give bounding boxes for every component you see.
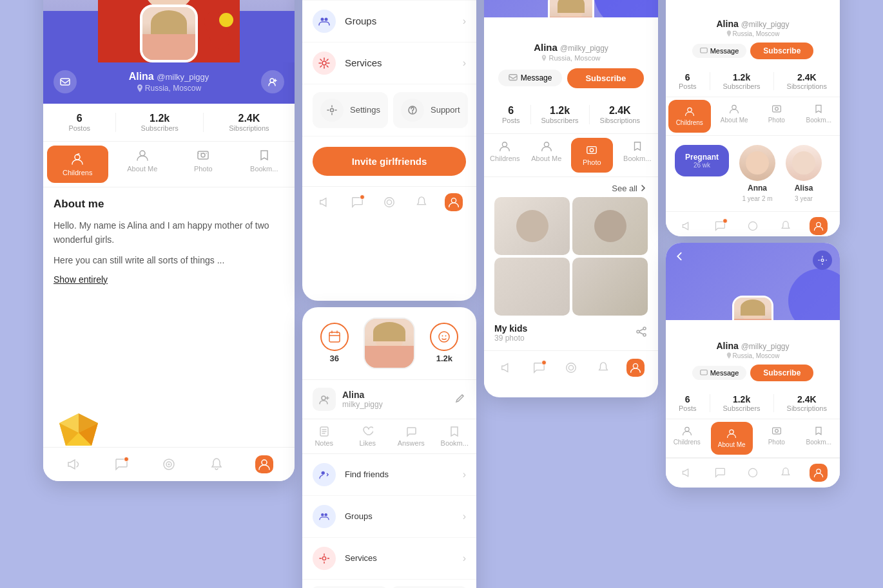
nav-meg-3[interactable] (498, 359, 516, 377)
settings-btn-5[interactable] (813, 251, 832, 270)
settings-btn-2[interactable]: Settings (311, 586, 387, 589)
nav-meg-5[interactable] (678, 464, 696, 482)
nav-target-2[interactable] (380, 193, 398, 211)
nav-bell-3[interactable] (594, 359, 612, 377)
nav-bell[interactable] (208, 455, 226, 473)
nav-chat-2[interactable] (348, 193, 366, 211)
tab-about-5-active[interactable]: About Me (711, 422, 753, 455)
nav-megaphone-2[interactable] (316, 193, 334, 211)
edit-handle: milky_piggy (342, 400, 448, 409)
tab-photo-4[interactable]: Photo (755, 97, 798, 135)
add-person-icon[interactable] (313, 388, 336, 411)
tab-children-4-active[interactable]: Childrens (668, 100, 711, 133)
nav-user-3[interactable] (626, 359, 645, 377)
svg-point-32 (322, 396, 325, 400)
photo-3 (494, 258, 570, 316)
tab-photo-3-active[interactable]: Photo (571, 138, 613, 173)
calendar-section: 36 (320, 323, 349, 363)
share-icon[interactable] (635, 325, 648, 341)
calendar-icon-wrap[interactable] (320, 323, 349, 351)
nav-user-2-active[interactable] (445, 193, 463, 211)
nav-chat[interactable] (112, 455, 130, 473)
menu-groups-2[interactable]: Groups › (302, 496, 476, 538)
smiley-icon-wrap[interactable] (430, 323, 458, 351)
album-row: My kids 39 photo (484, 316, 658, 350)
svg-point-22 (331, 108, 334, 111)
invite-section: Invite girlfriends (302, 137, 476, 186)
tab-childrens[interactable]: Childrens (47, 146, 108, 183)
message-btn-4[interactable]: Message (692, 44, 747, 58)
edit-pencil[interactable] (454, 392, 466, 406)
photo-1 (494, 197, 570, 255)
nav-chat-4[interactable] (711, 217, 729, 235)
message-btn-5[interactable]: Message (692, 366, 747, 380)
support-btn-2[interactable]: Support (391, 586, 467, 589)
answers-tab[interactable]: Answers (389, 419, 433, 453)
phone-2b-edit-profile: 36 1.2k (302, 307, 476, 589)
svg-point-27 (451, 198, 456, 202)
smiley-section: 1.2k (430, 323, 458, 363)
tab-bookmarks[interactable]: Bookm... (234, 142, 295, 187)
menu-find-friends-2[interactable]: Find friends › (302, 454, 476, 496)
email-icon[interactable] (53, 70, 77, 93)
svg-point-50 (637, 330, 639, 333)
tab-about-3[interactable]: About Me (526, 134, 568, 176)
stats-5: 6Posts 1.2kSubscribers 2.4KSibscriptions (666, 388, 840, 419)
nav-user-4[interactable] (810, 217, 828, 235)
tab-photo-5[interactable]: Photo (755, 419, 798, 457)
tab-bookm-4[interactable]: Bookm... (798, 97, 840, 135)
sketch-logo (56, 410, 101, 449)
svg-point-65 (685, 427, 689, 431)
nav-target-4[interactable] (744, 217, 762, 235)
nav-target-3[interactable] (562, 359, 580, 377)
tab-bookm-5[interactable]: Bookm... (798, 419, 840, 457)
nav-meg-4[interactable] (678, 217, 696, 235)
subscribe-btn-3[interactable]: Subscribe (567, 68, 644, 88)
menu-services[interactable]: Services › (302, 43, 476, 84)
support-btn[interactable]: Support (393, 92, 468, 128)
about-4-label: About Me (721, 117, 748, 124)
tab-photo[interactable]: Photo (173, 142, 234, 187)
settings-btn[interactable]: Settings (313, 92, 388, 128)
nav-bell-5[interactable] (777, 464, 795, 482)
nav-user-active[interactable] (255, 455, 273, 473)
tab-bookm-3[interactable]: Bookm... (617, 134, 659, 176)
subscribe-btn-4[interactable]: Subscribe (750, 43, 813, 59)
edit-avatar (364, 318, 415, 369)
message-btn-3[interactable]: Message (498, 70, 563, 86)
nav-target[interactable] (160, 455, 178, 473)
menu-services-2[interactable]: Services › (302, 538, 476, 580)
support-text: Support (431, 105, 460, 115)
phone-1-profile: Alina @milky_piggy Russia, Moscow 6 Post… (43, 0, 295, 481)
tab-childrens-3[interactable]: Childrens (484, 134, 526, 176)
nav-target-5[interactable] (744, 464, 762, 482)
tab-about-me[interactable]: About Me (112, 142, 173, 187)
back-btn-5[interactable] (674, 251, 685, 265)
svg-point-2 (139, 86, 141, 88)
svg-point-30 (442, 336, 443, 337)
bottom-nav-3 (484, 350, 658, 384)
tabs-row: Childrens About Me Photo Bookm... (43, 142, 295, 187)
nav-bell-4[interactable] (777, 217, 795, 235)
menu-groups[interactable]: Groups › (302, 1, 476, 43)
subscribe-btn-5[interactable]: Subscribe (750, 365, 813, 381)
groups-label-2: Groups (345, 511, 463, 521)
svg-rect-67 (772, 428, 781, 434)
invite-btn[interactable]: Invite girlfriends (313, 147, 466, 176)
nav-user-5[interactable] (810, 464, 828, 482)
nav-chat-3[interactable] (530, 359, 548, 377)
nav-bell-2[interactable] (412, 193, 431, 211)
bookm-tab[interactable]: Bookm... (433, 419, 477, 453)
activity-tabs: Notes Likes Answers Bookm... (302, 419, 476, 454)
follow-icon[interactable] (261, 70, 284, 93)
tab-children-5[interactable]: Childrens (666, 419, 708, 457)
tab-about-4[interactable]: About Me (713, 97, 756, 135)
show-entirely-link[interactable]: Show entirely (53, 274, 284, 285)
svg-point-24 (412, 112, 413, 113)
nav-megaphone[interactable] (64, 455, 82, 473)
nav-chat-5[interactable] (711, 464, 729, 482)
see-all-link[interactable]: See all (612, 184, 648, 193)
likes-tab[interactable]: Likes (346, 419, 390, 453)
notes-tab[interactable]: Notes (302, 419, 346, 453)
svg-point-20 (325, 17, 328, 21)
